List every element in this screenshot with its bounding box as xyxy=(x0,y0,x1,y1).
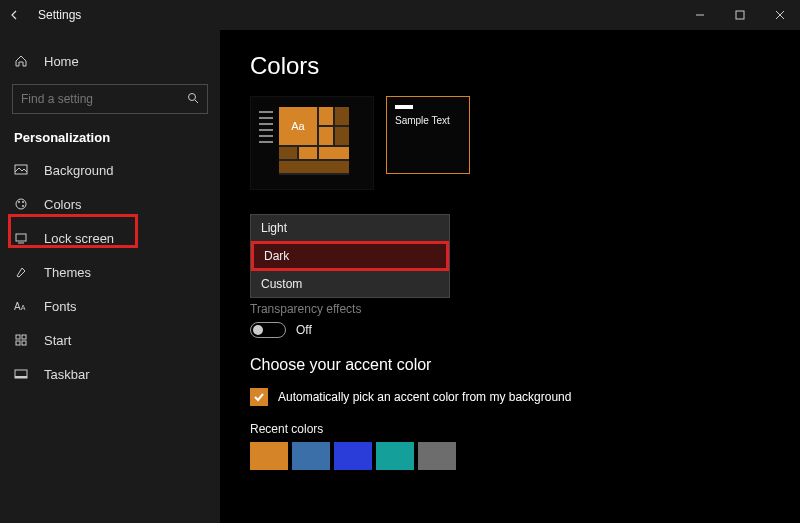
sidebar: Home Personalization Background Colors L… xyxy=(0,30,220,523)
back-button[interactable] xyxy=(0,0,30,30)
preview-taskbar: Aa xyxy=(250,96,374,190)
svg-rect-1 xyxy=(736,11,744,19)
page-title: Colors xyxy=(250,52,800,80)
section-label: Personalization xyxy=(0,118,220,153)
svg-rect-13 xyxy=(16,341,20,345)
preview-window: Sample Text xyxy=(386,96,470,174)
toggle-state: Off xyxy=(296,323,312,337)
auto-pick-label: Automatically pick an accent color from … xyxy=(278,390,571,404)
swatch-1[interactable] xyxy=(250,442,288,470)
search-icon xyxy=(187,92,199,107)
home-label: Home xyxy=(44,54,79,69)
svg-point-5 xyxy=(16,199,26,209)
home-icon xyxy=(14,54,36,68)
svg-point-6 xyxy=(18,201,20,203)
svg-point-8 xyxy=(22,205,24,207)
sidebar-item-taskbar[interactable]: Taskbar xyxy=(0,357,220,391)
sidebar-item-label: Themes xyxy=(44,265,91,280)
sidebar-item-lockscreen[interactable]: Lock screen xyxy=(0,221,220,255)
svg-rect-11 xyxy=(16,335,20,339)
close-button[interactable] xyxy=(760,0,800,30)
option-custom[interactable]: Custom xyxy=(251,271,449,297)
swatch-3[interactable] xyxy=(334,442,372,470)
sidebar-item-themes[interactable]: Themes xyxy=(0,255,220,289)
themes-icon xyxy=(14,265,36,279)
swatch-4[interactable] xyxy=(376,442,414,470)
recent-colors xyxy=(250,442,800,470)
sidebar-item-fonts[interactable]: AA Fonts xyxy=(0,289,220,323)
svg-rect-9 xyxy=(16,234,26,241)
sidebar-item-label: Colors xyxy=(44,197,82,212)
sidebar-item-label: Fonts xyxy=(44,299,77,314)
option-light[interactable]: Light xyxy=(251,215,449,241)
sidebar-item-start[interactable]: Start xyxy=(0,323,220,357)
maximize-button[interactable] xyxy=(720,0,760,30)
svg-point-2 xyxy=(189,93,196,100)
titlebar: Settings xyxy=(0,0,800,30)
svg-rect-16 xyxy=(15,376,27,378)
svg-point-7 xyxy=(22,201,24,203)
svg-line-3 xyxy=(195,100,198,103)
start-icon xyxy=(14,333,36,347)
svg-rect-12 xyxy=(22,335,26,339)
preview-area: Aa Sample Text xyxy=(250,96,800,190)
sidebar-item-label: Start xyxy=(44,333,71,348)
preview-aa: Aa xyxy=(279,107,317,145)
fonts-icon: AA xyxy=(14,301,36,312)
auto-pick-checkbox[interactable] xyxy=(250,388,268,406)
sidebar-item-label: Lock screen xyxy=(44,231,114,246)
sidebar-item-label: Taskbar xyxy=(44,367,90,382)
picture-icon xyxy=(14,163,36,177)
lockscreen-icon xyxy=(14,231,36,245)
option-dark[interactable]: Dark xyxy=(251,241,449,271)
search-box[interactable] xyxy=(12,84,208,114)
sidebar-item-colors[interactable]: Colors xyxy=(0,187,220,221)
recent-colors-label: Recent colors xyxy=(250,422,800,436)
search-input[interactable] xyxy=(21,92,187,106)
auto-pick-row[interactable]: Automatically pick an accent color from … xyxy=(250,388,800,406)
sidebar-item-label: Background xyxy=(44,163,113,178)
transparency-toggle[interactable] xyxy=(250,322,286,338)
taskbar-icon xyxy=(14,367,36,381)
content-area: Colors Aa S xyxy=(220,30,800,523)
palette-icon xyxy=(14,197,36,211)
minimize-button[interactable] xyxy=(680,0,720,30)
color-mode-dropdown[interactable]: Light Dark Custom xyxy=(250,214,450,298)
svg-rect-14 xyxy=(22,341,26,345)
window-title: Settings xyxy=(38,8,81,22)
accent-heading: Choose your accent color xyxy=(250,356,800,374)
swatch-2[interactable] xyxy=(292,442,330,470)
sidebar-item-background[interactable]: Background xyxy=(0,153,220,187)
home-link[interactable]: Home xyxy=(0,44,220,78)
transparency-label: Transparency effects xyxy=(250,302,800,316)
swatch-5[interactable] xyxy=(418,442,456,470)
sample-text: Sample Text xyxy=(395,115,461,126)
